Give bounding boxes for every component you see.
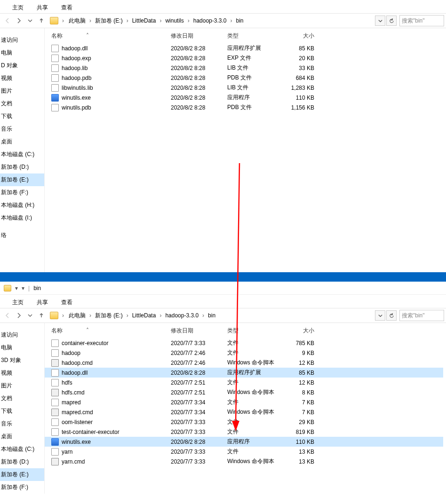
breadcrumb-segment[interactable]: 新加卷 (E:)	[92, 17, 126, 25]
file-row[interactable]: test-container-executor2020/7/7 3:33文件81…	[45, 427, 443, 437]
search-input[interactable]: 搜索"bin"	[399, 15, 444, 26]
col-date[interactable]: 修改日期	[171, 32, 227, 40]
sidebar-item[interactable]: 图片	[0, 85, 44, 97]
col-size[interactable]: 大小	[281, 32, 319, 40]
sidebar-item[interactable]: D 对象	[0, 59, 44, 72]
nav-back-button[interactable]	[2, 310, 13, 321]
sidebar-item[interactable]: 络	[0, 229, 44, 242]
file-row[interactable]: hadoop.lib2020/8/2 8:28LIB 文件33 KB	[45, 63, 443, 73]
sidebar-item[interactable]: 新加卷 (D:)	[0, 456, 44, 468]
col-type[interactable]: 类型	[227, 327, 281, 335]
sidebar-item[interactable]: 速访问	[0, 34, 44, 47]
sidebar-item[interactable]: 图片	[0, 379, 44, 392]
file-row[interactable]: mapred.cmd2020/7/7 3:34Windows 命令脚本7 KB	[45, 407, 443, 417]
qat-dropdown-icon[interactable]: ▾	[15, 285, 18, 291]
sidebar-item[interactable]: 文档	[0, 97, 44, 110]
col-type[interactable]: 类型	[227, 32, 281, 40]
nav-back-button[interactable]	[2, 15, 13, 26]
breadcrumb-segment[interactable]: LittleData	[129, 17, 159, 24]
refresh-button[interactable]	[386, 310, 397, 321]
col-date[interactable]: 修改日期	[171, 327, 227, 335]
file-row[interactable]: libwinutils.lib2020/8/2 8:28LIB 文件1,283 …	[45, 83, 443, 93]
sidebar-item[interactable]: 速访问	[0, 329, 44, 341]
column-headers[interactable]: 名称˄ 修改日期 类型 大小	[45, 28, 443, 43]
tab-share[interactable]: 共享	[30, 297, 55, 308]
nav-recent-dropdown[interactable]	[24, 310, 36, 321]
sidebar-item[interactable]: 新加卷 (F:)	[0, 186, 44, 199]
address-dropdown-button[interactable]	[375, 310, 385, 321]
file-row[interactable]: hdfs.cmd2020/7/7 2:51Windows 命令脚本8 KB	[45, 387, 443, 397]
search-input[interactable]: 搜索"bin"	[399, 310, 444, 321]
file-row[interactable]: hadoop.dll2020/8/2 8:28应用程序扩展85 KB	[45, 43, 443, 53]
file-row[interactable]: container-executor2020/7/7 3:33文件785 KB	[45, 338, 443, 348]
sidebar-item[interactable]: 下载	[0, 405, 44, 417]
sidebar-item[interactable]: 3D 对象	[0, 354, 44, 367]
tab-share[interactable]: 共享	[30, 2, 55, 14]
breadcrumb-segment[interactable]: 此电脑	[66, 312, 88, 320]
file-row[interactable]: winutils.exe2020/8/2 8:28应用程序110 KB	[45, 437, 443, 447]
nav-pane[interactable]: 速访问电脑D 对象视频图片文档下载音乐桌面本地磁盘 (C:)新加卷 (D:)新加…	[0, 28, 45, 272]
breadcrumb-segment[interactable]: bin	[205, 312, 218, 319]
sidebar-item[interactable]: 本地磁盘 (I:)	[0, 212, 44, 224]
sidebar-item[interactable]: 本地磁盘 (C:)	[0, 443, 44, 456]
file-row[interactable]: yarn.cmd2020/7/7 3:33Windows 命令脚本13 KB	[45, 457, 443, 466]
tab-view[interactable]: 查看	[55, 2, 79, 14]
file-row[interactable]: hadoop.exp2020/8/2 8:28EXP 文件20 KB	[45, 53, 443, 63]
breadcrumb-segment[interactable]: hadoop-3.3.0	[162, 312, 201, 319]
qat-overflow-icon[interactable]: ▾	[22, 285, 24, 291]
file-row[interactable]: yarn2020/7/7 3:33文件13 KB	[45, 447, 443, 457]
breadcrumb-segment[interactable]: hadoop-3.3.0	[191, 17, 230, 24]
breadcrumb[interactable]: 此电脑›新加卷 (E:)›LittleData›hadoop-3.3.0›bin	[65, 312, 374, 320]
sidebar-item[interactable]: 音乐	[0, 123, 44, 135]
sidebar-item[interactable]: 电脑	[0, 47, 44, 59]
column-headers[interactable]: 名称˄ 修改日期 类型 大小	[45, 323, 443, 338]
tab-view[interactable]: 查看	[55, 297, 79, 308]
file-size: 12 KB	[281, 379, 319, 386]
breadcrumb-segment[interactable]: winutils	[162, 17, 186, 24]
file-row[interactable]: hadoop.dll2020/8/2 8:28应用程序扩展85 KB	[45, 368, 443, 378]
col-size[interactable]: 大小	[281, 327, 319, 335]
sidebar-item[interactable]: 新加卷 (F:)	[0, 481, 44, 494]
file-row[interactable]: oom-listener2020/7/7 3:33文件29 KB	[45, 417, 443, 427]
refresh-button[interactable]	[386, 16, 397, 26]
breadcrumb-segment[interactable]: 此电脑	[66, 17, 88, 25]
file-row[interactable]: mapred2020/7/7 3:34文件7 KB	[45, 397, 443, 407]
breadcrumb[interactable]: 此电脑›新加卷 (E:)›LittleData›winutils›hadoop-…	[65, 17, 374, 25]
breadcrumb-segment[interactable]: LittleData	[129, 312, 159, 319]
nav-forward-button[interactable]	[13, 310, 24, 321]
sidebar-item[interactable]: 本地磁盘 (H:)	[0, 199, 44, 212]
nav-pane[interactable]: 速访问电脑3D 对象视频图片文档下载音乐桌面本地磁盘 (C:)新加卷 (D:)新…	[0, 323, 45, 494]
sidebar-item[interactable]: 新加卷 (D:)	[0, 161, 44, 173]
nav-up-button[interactable]	[36, 15, 47, 26]
sidebar-item[interactable]: 新加卷 (E:)	[0, 468, 44, 481]
nav-recent-dropdown[interactable]	[24, 15, 36, 26]
file-list[interactable]: 名称˄ 修改日期 类型 大小 hadoop.dll2020/8/2 8:28应用…	[45, 28, 446, 272]
sidebar-item[interactable]: 下载	[0, 110, 44, 123]
file-list[interactable]: 名称˄ 修改日期 类型 大小 container-executor2020/7/…	[45, 323, 446, 494]
sidebar-item[interactable]: 电脑	[0, 341, 44, 354]
file-row[interactable]: winutils.pdb2020/8/2 8:28PDB 文件1,156 KB	[45, 102, 443, 112]
tab-home[interactable]: 主页	[6, 297, 30, 308]
sidebar-item[interactable]: 文档	[0, 392, 44, 405]
file-row[interactable]: hdfs2020/7/7 2:51文件12 KB	[45, 378, 443, 387]
tab-home[interactable]: 主页	[6, 2, 30, 14]
sidebar-item[interactable]: 音乐	[0, 417, 44, 430]
file-row[interactable]: winutils.exe2020/8/2 8:28应用程序110 KB	[45, 93, 443, 102]
sidebar-item[interactable]: 桌面	[0, 135, 44, 148]
breadcrumb-segment[interactable]: bin	[233, 17, 246, 24]
file-row[interactable]: hadoop.pdb2020/8/2 8:28PDB 文件684 KB	[45, 73, 443, 83]
nav-up-button[interactable]	[36, 310, 47, 321]
file-row[interactable]: hadoop.cmd2020/7/7 2:46Windows 命令脚本12 KB	[45, 358, 443, 368]
file-row[interactable]: hadoop2020/7/7 2:46文件9 KB	[45, 348, 443, 358]
sidebar-item[interactable]: 新加卷 (E:)	[0, 173, 44, 186]
sidebar-item[interactable]: 视频	[0, 367, 44, 379]
sidebar-item[interactable]	[0, 224, 44, 229]
sidebar-item[interactable]: 本地磁盘 (C:)	[0, 148, 44, 161]
sidebar-item[interactable]: 视频	[0, 72, 44, 85]
nav-forward-button[interactable]	[13, 15, 24, 26]
breadcrumb-segment[interactable]: 新加卷 (E:)	[92, 312, 126, 320]
col-name[interactable]: 名称˄	[48, 327, 171, 335]
sidebar-item[interactable]: 桌面	[0, 430, 44, 443]
address-dropdown-button[interactable]	[375, 16, 385, 26]
col-name[interactable]: 名称˄	[48, 32, 171, 40]
